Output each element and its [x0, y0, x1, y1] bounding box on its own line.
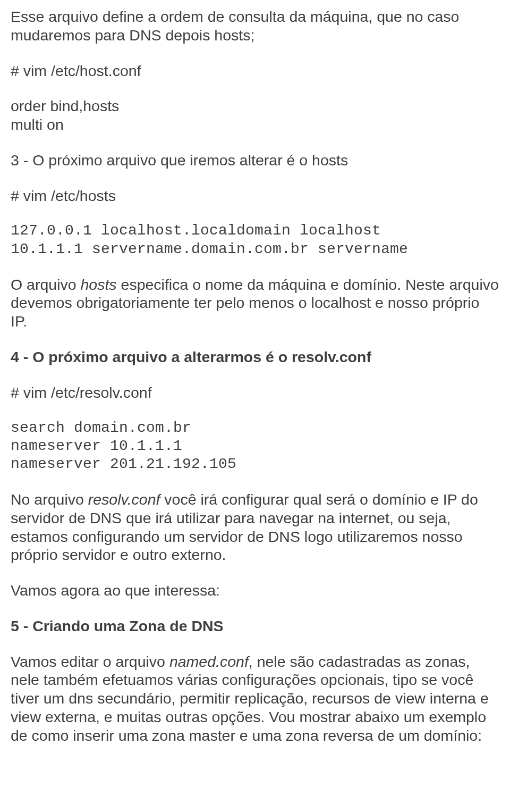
paragraph-transition: Vamos agora ao que interessa:	[11, 581, 499, 600]
step-3-title: 3 - O próximo arquivo que iremos alterar…	[11, 151, 499, 170]
text-italic-namedconf: named.conf	[169, 653, 249, 670]
resolvconf-contents: search domain.com.br nameserver 10.1.1.1…	[11, 419, 499, 473]
paragraph-resolv-explain: No arquivo resolv.conf você irá configur…	[11, 490, 499, 564]
paragraph-hosts-explain: O arquivo hosts especifica o nome da máq…	[11, 275, 499, 331]
text-fragment: No arquivo	[11, 491, 88, 508]
hosts-line-1: 127.0.0.1 localhost.localdomain localhos…	[11, 222, 499, 240]
paragraph-namedconf-explain: Vamos editar o arquivo named.conf, nele …	[11, 652, 499, 745]
text-italic-hosts: hosts	[80, 276, 116, 293]
command-vim-hosts: # vim /etc/hosts	[11, 187, 499, 205]
text-fragment: O arquivo	[11, 276, 80, 293]
resolv-line-2: nameserver 10.1.1.1	[11, 437, 499, 455]
command-vim-host-conf: # vim /etc/host.conf	[11, 62, 499, 80]
hostconf-line-1: order bind,hosts	[11, 97, 499, 115]
text-italic-resolvconf: resolv.conf	[88, 491, 160, 508]
hosts-contents: 127.0.0.1 localhost.localdomain localhos…	[11, 222, 499, 258]
text-fragment: Vamos editar o arquivo	[11, 653, 169, 670]
command-vim-resolv: # vim /etc/resolv.conf	[11, 383, 499, 402]
paragraph-intro: Esse arquivo define a ordem de consulta …	[11, 7, 499, 45]
step-4-title: 4 - O próximo arquivo a alterarmos é o r…	[11, 348, 499, 366]
hostconf-contents: order bind,hosts multi on	[11, 97, 499, 134]
step-5-title: 5 - Criando uma Zona de DNS	[11, 617, 499, 635]
hostconf-line-2: multi on	[11, 115, 499, 134]
resolv-line-1: search domain.com.br	[11, 419, 499, 437]
resolv-line-3: nameserver 201.21.192.105	[11, 455, 499, 473]
hosts-line-2: 10.1.1.1 servername.domain.com.br server…	[11, 240, 499, 258]
